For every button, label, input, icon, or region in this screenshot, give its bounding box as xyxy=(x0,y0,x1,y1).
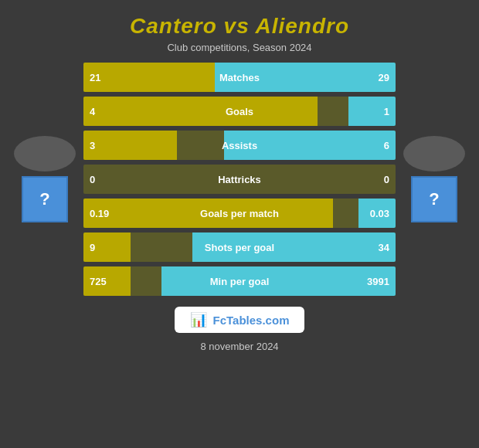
page-title: Cantero vs Aliendro xyxy=(8,14,471,39)
stat-label: Matches xyxy=(219,72,260,83)
stat-right-value: 0 xyxy=(384,174,389,185)
subtitle: Club competitions, Season 2024 xyxy=(8,42,471,53)
stat-right-value: 1 xyxy=(384,106,389,117)
stat-row: 725Min per goal3991 xyxy=(83,266,396,296)
stat-left-value: 9 xyxy=(90,242,95,253)
stat-label: Goals per match xyxy=(200,208,279,219)
left-player-avatar: ? xyxy=(6,136,83,222)
stat-right-value: 0.03 xyxy=(370,208,389,219)
footer-date: 8 november 2024 xyxy=(200,341,278,352)
stat-right-value: 29 xyxy=(379,72,389,83)
left-avatar-box: ? xyxy=(22,176,68,222)
stat-right-value: 6 xyxy=(384,140,389,151)
watermark-chart-icon: 📊 xyxy=(190,311,207,328)
stat-label: Assists xyxy=(222,140,257,151)
stat-left-value: 3 xyxy=(90,140,95,151)
stat-left-value: 0.19 xyxy=(90,208,109,219)
right-player-avatar: ? xyxy=(396,136,473,222)
stat-row: 0Hattricks0 xyxy=(83,165,396,194)
stat-right-value: 34 xyxy=(379,242,389,253)
stat-row: 0.19Goals per match0.03 xyxy=(83,199,396,228)
stats-container: 21Matches294Goals13Assists60Hattricks00.… xyxy=(83,63,396,296)
watermark: 📊 FcTables.com xyxy=(175,307,305,333)
stat-label: Hattricks xyxy=(218,174,261,185)
right-avatar-box: ? xyxy=(411,176,457,222)
right-avatar-icon: ? xyxy=(429,189,439,209)
stat-left-value: 725 xyxy=(90,276,107,287)
stat-label: Goals xyxy=(226,106,253,117)
header: Cantero vs Aliendro Club competitions, S… xyxy=(0,0,479,58)
right-avatar-ellipse-top xyxy=(403,136,465,171)
stat-row: 4Goals1 xyxy=(83,97,396,126)
stat-left-value: 21 xyxy=(90,72,100,83)
stat-row: 3Assists6 xyxy=(83,131,396,160)
stat-row: 9Shots per goal34 xyxy=(83,232,396,262)
stat-label: Shots per goal xyxy=(205,242,274,253)
left-avatar-icon: ? xyxy=(39,189,49,209)
stat-label: Min per goal xyxy=(210,276,270,287)
stat-left-value: 4 xyxy=(90,106,95,117)
stat-left-value: 0 xyxy=(90,174,95,185)
watermark-label: FcTables.com xyxy=(213,314,290,327)
stat-right-value: 3991 xyxy=(367,276,389,287)
left-avatar-ellipse-top xyxy=(14,136,76,171)
stat-row: 21Matches29 xyxy=(83,63,396,92)
